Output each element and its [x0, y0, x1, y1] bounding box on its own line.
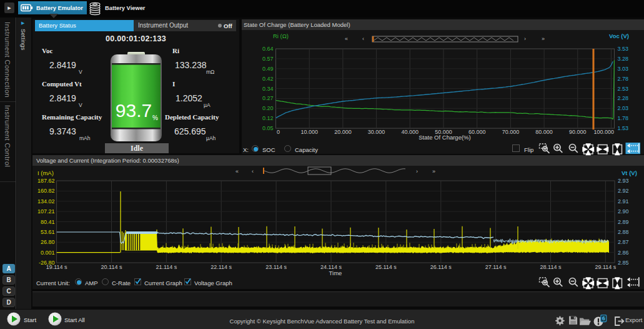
svg-text:0.34: 0.34 [262, 86, 274, 92]
svg-text:187.62: 187.62 [37, 178, 55, 184]
svg-text:10.000: 10.000 [300, 129, 318, 135]
svg-text:3.03: 3.03 [618, 66, 629, 72]
svg-text:0.001: 0.001 [41, 250, 55, 256]
svg-text:134.02: 134.02 [37, 198, 55, 205]
svg-text:27.114 s: 27.114 s [485, 264, 507, 270]
svg-text:107.21: 107.21 [37, 208, 55, 215]
svg-text:Export: Export [625, 316, 643, 323]
svg-text:1.53: 1.53 [618, 125, 629, 131]
svg-text:26.114 s: 26.114 s [430, 264, 452, 270]
svg-text:2.85: 2.85 [618, 260, 629, 266]
svg-text:3.28: 3.28 [618, 56, 629, 62]
svg-text:«: « [345, 36, 348, 42]
svg-text:2.89: 2.89 [618, 219, 629, 225]
svg-text:0.12: 0.12 [262, 115, 274, 121]
svg-text:›: › [416, 168, 418, 175]
svg-text:0.27: 0.27 [262, 95, 274, 101]
svg-text:2.87: 2.87 [618, 239, 629, 245]
svg-text:28.114 s: 28.114 s [540, 264, 562, 270]
svg-text:0.49: 0.49 [262, 66, 274, 72]
svg-text:»: » [542, 36, 545, 42]
svg-text:»: » [432, 168, 435, 175]
svg-text:26.80: 26.80 [41, 239, 55, 245]
svg-text:23.114 s: 23.114 s [265, 264, 287, 270]
svg-text:160.82: 160.82 [37, 188, 55, 194]
svg-text:State Of Charge(%): State Of Charge(%) [419, 134, 470, 141]
svg-text:0.42: 0.42 [262, 76, 274, 82]
svg-text:1.78: 1.78 [618, 115, 629, 121]
svg-text:3.53: 3.53 [618, 46, 629, 52]
svg-text:2.28: 2.28 [618, 95, 629, 101]
svg-text:30.000: 30.000 [368, 129, 385, 135]
svg-text:›: › [524, 36, 526, 42]
svg-text:%: % [152, 114, 158, 121]
svg-text:20.000: 20.000 [334, 129, 352, 135]
svg-text:70.000: 70.000 [502, 129, 520, 135]
svg-text:6: 6 [602, 315, 605, 321]
svg-text:2.93: 2.93 [618, 178, 629, 184]
svg-text:«: « [235, 168, 239, 175]
svg-text:80.41: 80.41 [41, 219, 55, 225]
svg-text:93.7: 93.7 [116, 100, 152, 121]
svg-text:‹: ‹ [252, 168, 254, 175]
svg-text:Time: Time [329, 270, 342, 276]
svg-text:100.000: 100.000 [593, 129, 614, 135]
svg-text:2.92: 2.92 [618, 188, 629, 194]
svg-text:2.03: 2.03 [618, 105, 629, 111]
svg-text:19.114 s: 19.114 s [46, 264, 67, 270]
svg-text:2.78: 2.78 [618, 76, 629, 82]
svg-text:90.000: 90.000 [569, 129, 587, 135]
svg-text:‹: ‹ [362, 36, 364, 42]
svg-text:2.88: 2.88 [618, 229, 629, 235]
svg-text:0.20: 0.20 [262, 105, 274, 111]
svg-text:I (mA): I (mA) [37, 170, 54, 176]
svg-text:0: 0 [277, 129, 280, 135]
svg-text:0.57: 0.57 [262, 56, 274, 62]
svg-text:25.114 s: 25.114 s [375, 264, 397, 270]
svg-text:21.114 s: 21.114 s [156, 264, 177, 270]
svg-text:2.53: 2.53 [618, 86, 629, 92]
svg-text:0.64: 0.64 [262, 46, 274, 52]
svg-text:0.05: 0.05 [262, 125, 274, 131]
svg-text:2.90: 2.90 [618, 208, 629, 215]
svg-text:53.61: 53.61 [41, 229, 55, 235]
svg-text:Ri (Ω): Ri (Ω) [273, 33, 289, 39]
svg-text:40.000: 40.000 [402, 129, 419, 135]
svg-text:20.114 s: 20.114 s [101, 264, 122, 270]
svg-text:Vt (V): Vt (V) [622, 170, 637, 176]
svg-text:60.000: 60.000 [468, 129, 486, 135]
svg-text:Voc (V): Voc (V) [609, 33, 629, 39]
svg-text:29.114 s: 29.114 s [595, 264, 616, 270]
svg-text:22.114 s: 22.114 s [211, 264, 232, 270]
svg-text:80.000: 80.000 [535, 129, 553, 135]
svg-text:2.86: 2.86 [618, 250, 629, 256]
svg-text:2.91: 2.91 [618, 198, 629, 205]
